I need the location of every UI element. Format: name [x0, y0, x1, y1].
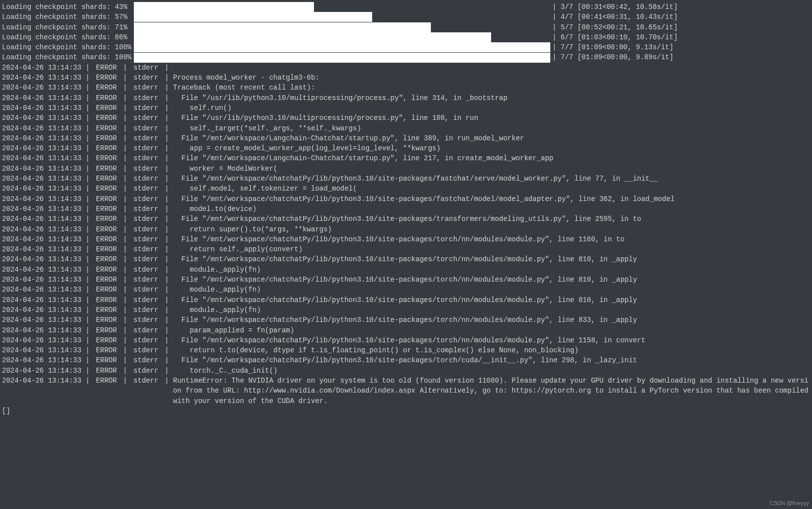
separator: | — [82, 174, 94, 184]
log-stream: stderr — [131, 244, 160, 254]
separator: | — [119, 224, 131, 234]
separator: | — [161, 305, 173, 315]
log-level: ERROR — [94, 265, 119, 275]
log-level: ERROR — [94, 184, 119, 194]
separator: | — [119, 366, 131, 376]
progress-label: Loading checkpoint shards: 71% — [2, 22, 134, 32]
progress-stats: | 7/7 [01:09<00:00, 9.13s/it] — [552, 42, 674, 52]
progress-label: Loading checkpoint shards: 86% — [2, 32, 134, 42]
log-line: 2024-04-26 13:14:33 | ERROR | stderr | r… — [2, 244, 810, 254]
log-level: ERROR — [94, 254, 119, 264]
log-level: ERROR — [94, 345, 119, 355]
log-timestamp: 2024-04-26 13:14:33 — [2, 93, 82, 103]
log-line: 2024-04-26 13:14:33 | ERROR | stderr | s… — [2, 123, 810, 133]
separator: | — [161, 234, 173, 244]
log-line: 2024-04-26 13:14:33 | ERROR | stderr | F… — [2, 174, 810, 184]
log-timestamp: 2024-04-26 13:14:33 — [2, 366, 82, 376]
progress-label: Loading checkpoint shards: 57% — [2, 12, 134, 22]
separator: | — [161, 224, 173, 234]
log-stream: stderr — [131, 204, 160, 214]
separator: | — [161, 123, 173, 133]
log-stream: stderr — [131, 234, 160, 244]
separator: | — [161, 184, 173, 194]
log-message: File "/mnt/workspace/chatchatPy/lib/pyth… — [173, 234, 624, 244]
log-level: ERROR — [94, 204, 119, 214]
progress-label: Loading checkpoint shards: 100% — [2, 52, 134, 62]
separator: | — [119, 315, 131, 325]
log-level: ERROR — [94, 315, 119, 325]
separator: | — [119, 184, 131, 194]
progress-label: Loading checkpoint shards: 100% — [2, 42, 134, 52]
separator: | — [161, 143, 173, 153]
log-timestamp: 2024-04-26 13:14:33 — [2, 83, 82, 93]
separator: | — [161, 204, 173, 214]
separator: | — [82, 275, 94, 285]
log-level: ERROR — [94, 244, 119, 254]
separator: | — [82, 184, 94, 194]
log-line: 2024-04-26 13:14:33 | ERROR | stderr | m… — [2, 265, 810, 275]
separator: | — [82, 164, 94, 174]
log-stream: stderr — [131, 164, 160, 174]
progress-stats: | 6/7 [01:03<00:10, 10.70s/it] — [552, 32, 678, 42]
log-level: ERROR — [94, 377, 119, 385]
separator: | — [82, 345, 94, 355]
log-timestamp: 2024-04-26 13:14:33 — [2, 315, 82, 325]
separator: | — [82, 325, 94, 335]
log-line: 2024-04-26 13:14:33 | ERROR | stderr | F… — [2, 113, 810, 123]
log-timestamp: 2024-04-26 13:14:33 — [2, 63, 82, 73]
separator: | — [82, 305, 94, 315]
log-line: 2024-04-26 13:14:33 | ERROR | stderr | m… — [2, 285, 810, 295]
log-timestamp: 2024-04-26 13:14:33 — [2, 174, 82, 184]
separator: | — [82, 355, 94, 365]
log-message: self.run() — [173, 103, 232, 113]
separator: | — [161, 325, 173, 335]
log-timestamp: 2024-04-26 13:14:33 — [2, 214, 82, 224]
log-stream: stderr — [131, 315, 160, 325]
progress-line: Loading checkpoint shards: 100%| 7/7 [01… — [2, 52, 810, 62]
log-stream: stderr — [131, 254, 160, 264]
log-line: 2024-04-26 13:14:33 | ERROR | stderr | F… — [2, 153, 810, 163]
log-message: File "/mnt/workspace/chatchatPy/lib/pyth… — [173, 295, 637, 305]
log-stream: stderr — [131, 93, 160, 103]
separator: | — [119, 345, 131, 355]
separator: | — [161, 103, 173, 113]
separator: | — [161, 285, 173, 295]
separator: | — [161, 366, 173, 376]
log-line: 2024-04-26 13:14:33 | ERROR | stderr | r… — [2, 345, 810, 355]
log-stream: stderr — [131, 345, 160, 355]
separator: | — [161, 254, 173, 264]
log-level: ERROR — [94, 153, 119, 163]
separator: | — [161, 174, 173, 184]
log-timestamp: 2024-04-26 13:14:33 — [2, 325, 82, 335]
log-timestamp: 2024-04-26 13:14:33 — [2, 73, 82, 83]
log-stream: stderr — [131, 83, 160, 93]
log-timestamp: 2024-04-26 13:14:33 — [2, 103, 82, 113]
log-line: 2024-04-26 13:14:33 | ERROR | stderr | F… — [2, 295, 810, 305]
log-level: ERROR — [94, 285, 119, 295]
separator: | — [119, 123, 131, 133]
log-line: 2024-04-26 13:14:33 | ERROR | stderr | P… — [2, 73, 810, 83]
log-message: torch._C._cuda_init() — [173, 366, 278, 376]
separator: | — [161, 275, 173, 285]
log-stream: stderr — [131, 355, 160, 365]
log-timestamp: 2024-04-26 13:14:33 — [2, 377, 82, 385]
log-timestamp: 2024-04-26 13:14:33 — [2, 194, 82, 204]
log-stream: stderr — [131, 174, 160, 184]
separator: | — [119, 305, 131, 315]
separator: | — [119, 265, 131, 275]
log-timestamp: 2024-04-26 13:14:33 — [2, 133, 82, 143]
log-line: 2024-04-26 13:14:33 | ERROR | stderr | F… — [2, 133, 810, 143]
log-stream: stderr — [131, 214, 160, 224]
log-timestamp: 2024-04-26 13:14:33 — [2, 305, 82, 315]
log-timestamp: 2024-04-26 13:14:33 — [2, 113, 82, 123]
log-level: ERROR — [94, 214, 119, 224]
log-message: module._apply(fn) — [173, 285, 261, 295]
log-stream: stderr — [131, 275, 160, 285]
log-message: return t.to(device, dtype if t.is_floati… — [173, 345, 579, 355]
separator: | — [161, 83, 173, 93]
separator: | — [119, 234, 131, 244]
log-stream: stderr — [131, 265, 160, 275]
log-level: ERROR — [94, 123, 119, 133]
log-message: File "/mnt/workspace/chatchatPy/lib/pyth… — [173, 335, 645, 345]
progress-bar — [134, 53, 550, 63]
